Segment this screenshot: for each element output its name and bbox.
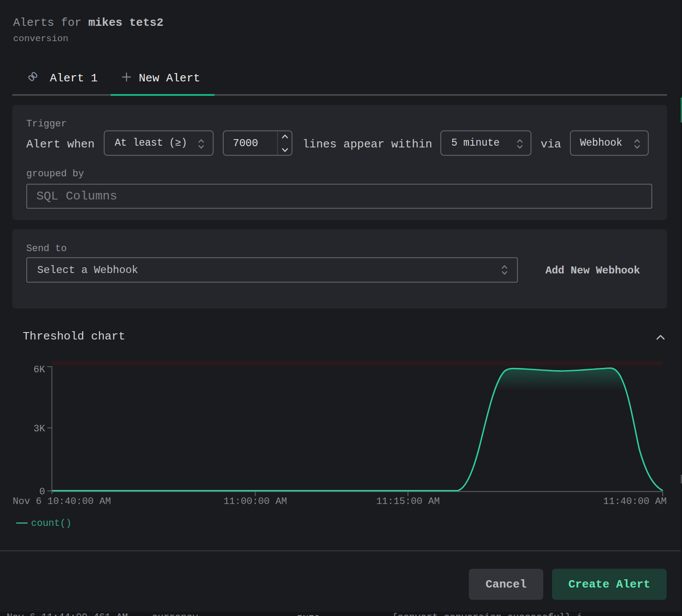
svg-text:6K: 6K	[34, 364, 46, 375]
svg-text:11:40:00 AM: 11:40:00 AM	[603, 496, 667, 507]
svg-text:Nov 6 10:40:00 AM: Nov 6 10:40:00 AM	[13, 496, 111, 507]
svg-text:11:15:00 AM: 11:15:00 AM	[376, 496, 439, 507]
svg-text:3K: 3K	[34, 424, 46, 434]
svg-text:11:00:00 AM: 11:00:00 AM	[223, 496, 287, 507]
